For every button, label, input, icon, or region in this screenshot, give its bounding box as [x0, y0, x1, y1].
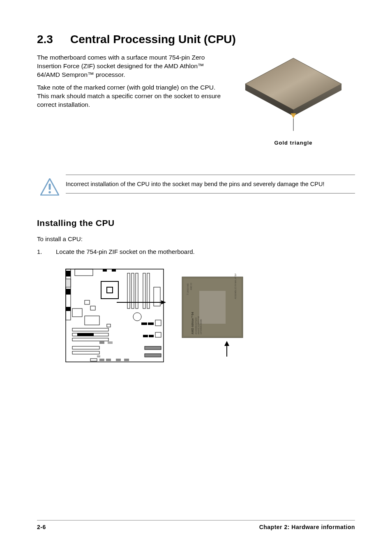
svg-rect-9	[72, 328, 108, 331]
svg-rect-35	[143, 335, 148, 337]
install-lead: To install a CPU:	[37, 235, 355, 242]
svg-marker-54	[161, 300, 166, 304]
svg-rect-33	[148, 322, 154, 325]
cpu-image-block: Gold triangle	[232, 53, 355, 146]
svg-rect-23	[101, 281, 118, 299]
step-1-text: Locate the 754-pin ZIF socket on the mot…	[56, 248, 195, 255]
chip-asm: ASSEMBLED IN MALAYSIA	[234, 274, 237, 299]
svg-rect-34	[155, 320, 161, 326]
gold-triangle-label: Gold triangle	[232, 140, 355, 146]
chapter-label: Chapter 2: Hardware information	[259, 524, 355, 530]
svg-rect-24	[107, 287, 113, 293]
svg-rect-17	[90, 306, 95, 310]
svg-rect-12	[72, 346, 99, 349]
svg-marker-59	[224, 341, 229, 346]
caution-icon	[40, 178, 59, 196]
intro-paragraph-2: Take note of the marked corner (with gol…	[37, 83, 222, 109]
svg-rect-52	[77, 333, 94, 336]
intro-text: The motherboard comes with a surface mou…	[37, 53, 222, 146]
svg-rect-41	[99, 359, 104, 361]
pointer-arrow-icon	[117, 300, 166, 304]
svg-point-31	[133, 313, 141, 321]
svg-rect-38	[145, 346, 161, 350]
caution-text: Incorrect installation of the CPU into t…	[66, 180, 324, 188]
svg-rect-43	[116, 359, 121, 361]
svg-rect-36	[149, 335, 154, 337]
svg-rect-39	[145, 354, 161, 357]
svg-rect-6	[49, 184, 51, 190]
svg-rect-57	[199, 291, 226, 324]
svg-rect-14	[72, 309, 82, 317]
svg-rect-11	[72, 338, 108, 341]
locate-diagram: AMD Athlon™64 ADA3200AEP5AR AAAHC 0336TP…	[58, 267, 355, 366]
page-footer: 2-6 Chapter 2: Hardware information	[37, 520, 355, 530]
motherboard-schematic	[58, 267, 169, 366]
svg-rect-20	[66, 279, 71, 287]
svg-rect-50	[112, 269, 116, 272]
svg-rect-22	[66, 307, 71, 311]
svg-rect-45	[99, 341, 104, 344]
svg-rect-42	[106, 359, 111, 361]
section-name: Central Processing Unit (CPU)	[70, 33, 236, 46]
chip-sn3: 1372063C30085	[200, 319, 202, 334]
svg-rect-40	[90, 359, 97, 361]
svg-rect-21	[66, 289, 71, 295]
page-number: 2-6	[37, 524, 46, 530]
caution-callout: Incorrect installation of the CPU into t…	[66, 175, 355, 193]
svg-rect-49	[103, 269, 107, 272]
svg-point-7	[48, 191, 51, 193]
svg-rect-16	[107, 324, 111, 327]
svg-rect-15	[85, 316, 99, 325]
chip-brand-text: AMD Athlon™64	[191, 312, 194, 335]
cpu-diamond-image	[238, 53, 349, 136]
svg-rect-32	[141, 322, 147, 325]
svg-marker-3	[291, 113, 296, 118]
step-1-number: 1.	[37, 248, 56, 255]
svg-marker-0	[245, 58, 341, 110]
cpu-underside-image: AMD Athlon™64 ADA3200AEP5AR AAAHC 0336TP…	[178, 274, 247, 360]
svg-rect-13	[72, 351, 99, 354]
section-number: 2.3	[37, 33, 53, 46]
chip-copy: © 2003 AMD	[187, 283, 189, 295]
svg-rect-48	[85, 300, 90, 304]
chip-diff: AMD ID	[190, 283, 192, 290]
svg-rect-44	[124, 359, 129, 361]
svg-rect-47	[97, 355, 100, 357]
svg-rect-46	[108, 341, 113, 344]
install-heading: Installing the CPU	[37, 218, 355, 228]
intro-block: The motherboard comes with a surface mou…	[37, 53, 355, 146]
intro-paragraph-1: The motherboard comes with a surface mou…	[37, 53, 222, 79]
step-1: 1. Locate the 754-pin ZIF socket on the …	[37, 248, 355, 255]
svg-rect-19	[66, 271, 71, 276]
section-title: 2.3 Central Processing Unit (CPU)	[37, 33, 355, 46]
svg-rect-37	[155, 332, 161, 337]
svg-rect-51	[75, 269, 93, 276]
